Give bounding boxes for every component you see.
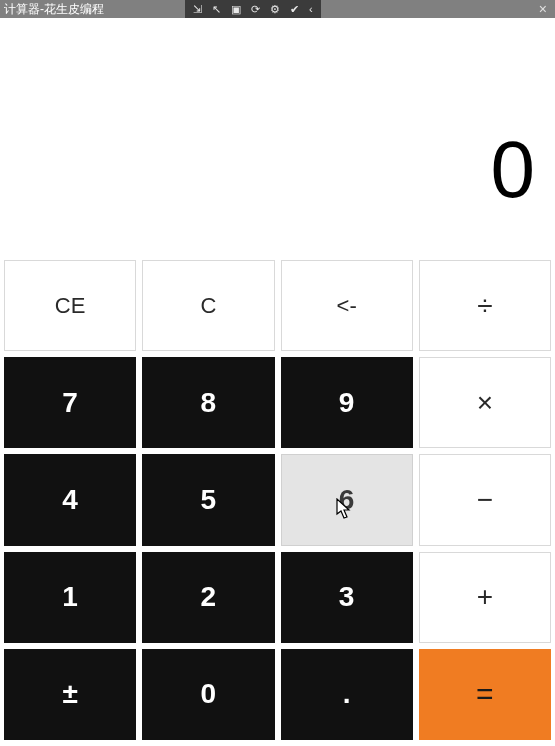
window-title: 计算器-花生皮编程 — [0, 1, 104, 18]
key-multiply[interactable]: × — [419, 357, 551, 448]
keypad: CE C <- ÷ 7 8 9 × 4 5 6 − 1 2 3 + ± 0 . … — [0, 260, 555, 744]
settings-icon[interactable]: ⚙ — [270, 3, 280, 16]
pointer-icon[interactable]: ↖ — [212, 3, 221, 16]
key-equals[interactable]: = — [419, 649, 551, 740]
key-5[interactable]: 5 — [142, 454, 274, 545]
titlebar: 计算器-花生皮编程 ⇲ ↖ ▣ ⟳ ⚙ ✔ ‹ × — [0, 0, 555, 18]
key-6[interactable]: 6 — [281, 454, 413, 545]
key-3[interactable]: 3 — [281, 552, 413, 643]
back-icon[interactable]: ‹ — [309, 3, 313, 15]
key-1[interactable]: 1 — [4, 552, 136, 643]
refresh-icon[interactable]: ⟳ — [251, 3, 260, 16]
key-decimal[interactable]: . — [281, 649, 413, 740]
export-icon[interactable]: ⇲ — [193, 3, 202, 16]
key-4[interactable]: 4 — [4, 454, 136, 545]
close-button[interactable]: × — [539, 0, 547, 18]
key-plus-minus[interactable]: ± — [4, 649, 136, 740]
key-subtract[interactable]: − — [419, 454, 551, 545]
display-value: 0 — [491, 130, 536, 210]
close-icon: × — [539, 1, 547, 17]
display: 0 — [0, 18, 555, 260]
key-8[interactable]: 8 — [142, 357, 274, 448]
check-icon[interactable]: ✔ — [290, 3, 299, 16]
key-7[interactable]: 7 — [4, 357, 136, 448]
key-0[interactable]: 0 — [142, 649, 274, 740]
key-add[interactable]: + — [419, 552, 551, 643]
key-clear[interactable]: C — [142, 260, 274, 351]
key-2[interactable]: 2 — [142, 552, 274, 643]
key-backspace[interactable]: <- — [281, 260, 413, 351]
key-divide[interactable]: ÷ — [419, 260, 551, 351]
key-9[interactable]: 9 — [281, 357, 413, 448]
key-clear-entry[interactable]: CE — [4, 260, 136, 351]
debug-toolbar: ⇲ ↖ ▣ ⟳ ⚙ ✔ ‹ — [185, 0, 321, 18]
screenshot-icon[interactable]: ▣ — [231, 3, 241, 16]
